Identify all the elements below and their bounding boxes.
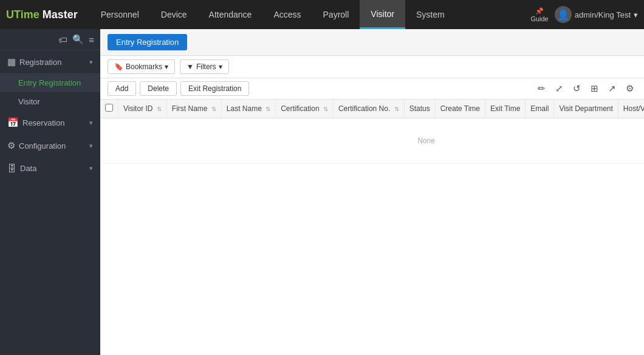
chevron-down-icon: ▾ <box>89 58 93 66</box>
sidebar-item-entry-registration[interactable]: Entry Registration <box>0 73 100 92</box>
col-last-name: Last Name ⇅ <box>221 100 275 118</box>
nav-system[interactable]: System <box>405 0 456 29</box>
database-icon: 🗄 <box>7 163 16 174</box>
search-icon[interactable]: 🔍 <box>72 34 84 45</box>
nav-device[interactable]: Device <box>150 0 198 29</box>
nav-access[interactable]: Access <box>262 0 312 29</box>
grid-icon: ▦ <box>7 56 16 67</box>
filters-button[interactable]: ▼ Filters ▾ <box>180 59 229 74</box>
content-header: Entry Registration <box>100 29 644 56</box>
sidebar-section-reservation-label: Reservation <box>22 118 64 127</box>
guide-label: Guide <box>530 15 548 22</box>
table-settings-icon-button[interactable]: ⚙ <box>623 81 637 96</box>
table-header-row: Visitor ID ⇅ First Name ⇅ Last Name ⇅ <box>100 100 644 118</box>
calendar-icon: 📅 <box>7 117 19 128</box>
sidebar-section-reservation: 📅 Reservation ▾ <box>0 111 100 134</box>
nav-right: 📌 Guide 👤 admin/King Test ▾ <box>530 6 638 23</box>
sidebar-section-registration-label: Registration <box>19 58 61 67</box>
add-button[interactable]: Add <box>108 81 136 96</box>
col-exit-time: Exit Time <box>485 100 526 118</box>
col-host-visited: Host/Visited <box>618 100 644 118</box>
main-content: Entry Registration 🔖 Bookmarks ▾ ▼ Filte… <box>100 29 644 355</box>
top-navigation: UTime Master Personnel Device Attendance… <box>0 0 644 29</box>
visitor-table: Visitor ID ⇅ First Name ⇅ Last Name ⇅ <box>100 100 644 164</box>
filters-chevron-icon: ▾ <box>219 63 222 71</box>
nav-payroll[interactable]: Payroll <box>312 0 360 29</box>
guide-icon: 📌 <box>535 7 544 15</box>
action-bar-right: ✏ ⤢ ↺ ⊞ ↗ ⚙ <box>535 81 637 96</box>
filters-label: Filters <box>196 63 216 71</box>
menu-icon[interactable]: ≡ <box>89 35 94 45</box>
sidebar-icons-row: 🏷 🔍 ≡ <box>0 29 100 50</box>
chevron-right-icon-2: ▾ <box>89 142 93 150</box>
bookmarks-chevron-icon: ▾ <box>165 63 168 71</box>
bookmarks-button[interactable]: 🔖 Bookmarks ▾ <box>108 59 175 74</box>
col-visit-department: Visit Department <box>554 100 618 118</box>
empty-table-row: None <box>100 118 644 164</box>
history-icon-button[interactable]: ↺ <box>570 81 584 96</box>
entry-registration-tab-button[interactable]: Entry Registration <box>108 34 187 50</box>
sort-first-name-icon[interactable]: ⇅ <box>211 106 216 112</box>
delete-button[interactable]: Delete <box>140 81 177 96</box>
expand-icon-button[interactable]: ⤢ <box>552 81 566 96</box>
sidebar-header-configuration[interactable]: ⚙ Configuration ▾ <box>0 134 100 157</box>
guide-button[interactable]: 📌 Guide <box>530 7 548 22</box>
select-all-checkbox[interactable] <box>105 104 113 112</box>
bookmarks-label: Bookmarks <box>126 63 162 71</box>
sidebar-section-data-label: Data <box>20 164 36 173</box>
bookmark-icon: 🔖 <box>114 63 123 71</box>
app-logo: UTime Master <box>6 8 78 21</box>
sidebar-item-visitor[interactable]: Visitor <box>0 92 100 111</box>
sidebar: 🏷 🔍 ≡ ▦ Registration ▾ Entry Registratio… <box>0 29 100 355</box>
user-chevron-icon: ▾ <box>634 10 638 19</box>
chevron-right-icon-3: ▾ <box>89 164 93 172</box>
col-certification-no: Certification No. ⇅ <box>333 100 404 118</box>
empty-message: None <box>100 118 644 164</box>
col-certification: Certification ⇅ <box>276 100 334 118</box>
filter-icon: ▼ <box>187 63 194 71</box>
col-create-time: Create Time <box>435 100 485 118</box>
sort-cert-no-icon[interactable]: ⇅ <box>394 106 399 112</box>
edit-icon-button[interactable]: ✏ <box>535 81 549 96</box>
main-layout: 🏷 🔍 ≡ ▦ Registration ▾ Entry Registratio… <box>0 29 644 355</box>
logo-utime: UTime <box>6 8 39 21</box>
user-label: admin/King Test <box>575 10 631 19</box>
sidebar-section-configuration-label: Configuration <box>19 141 66 150</box>
table-container: Visitor ID ⇅ First Name ⇅ Last Name ⇅ <box>100 100 644 355</box>
settings-icon: ⚙ <box>7 140 15 151</box>
select-all-checkbox-header[interactable] <box>100 100 118 118</box>
nav-visitor[interactable]: Visitor <box>360 0 405 29</box>
col-first-name: First Name ⇅ <box>166 100 221 118</box>
sort-last-name-icon[interactable]: ⇅ <box>265 106 270 112</box>
col-visitor-id: Visitor ID ⇅ <box>118 100 167 118</box>
sidebar-header-data[interactable]: 🗄 Data ▾ <box>0 157 100 180</box>
exit-registration-button[interactable]: Exit Registration <box>180 81 249 96</box>
sort-visitor-id-icon[interactable]: ⇅ <box>157 106 162 112</box>
sidebar-header-reservation[interactable]: 📅 Reservation ▾ <box>0 111 100 134</box>
sort-certification-icon[interactable]: ⇅ <box>323 106 328 112</box>
chevron-right-icon: ▾ <box>89 119 93 127</box>
nav-items: Personnel Device Attendance Access Payro… <box>90 0 531 29</box>
user-avatar: 👤 <box>555 6 572 23</box>
col-email: Email <box>526 100 554 118</box>
sidebar-section-data: 🗄 Data ▾ <box>0 157 100 180</box>
tag-icon[interactable]: 🏷 <box>58 35 67 45</box>
toolbar: 🔖 Bookmarks ▾ ▼ Filters ▾ <box>100 56 644 78</box>
col-status: Status <box>404 100 435 118</box>
nav-attendance[interactable]: Attendance <box>198 0 263 29</box>
nav-personnel[interactable]: Personnel <box>90 0 150 29</box>
sidebar-header-registration[interactable]: ▦ Registration ▾ <box>0 50 100 73</box>
action-bar: Add Delete Exit Registration ✏ ⤢ ↺ ⊞ ↗ ⚙ <box>100 78 644 100</box>
share-icon-button[interactable]: ↗ <box>605 81 619 96</box>
columns-icon-button[interactable]: ⊞ <box>587 81 601 96</box>
action-bar-left: Add Delete Exit Registration <box>108 81 249 96</box>
user-menu[interactable]: 👤 admin/King Test ▾ <box>555 6 638 23</box>
sidebar-section-registration: ▦ Registration ▾ Entry Registration Visi… <box>0 50 100 111</box>
sidebar-section-configuration: ⚙ Configuration ▾ <box>0 134 100 157</box>
